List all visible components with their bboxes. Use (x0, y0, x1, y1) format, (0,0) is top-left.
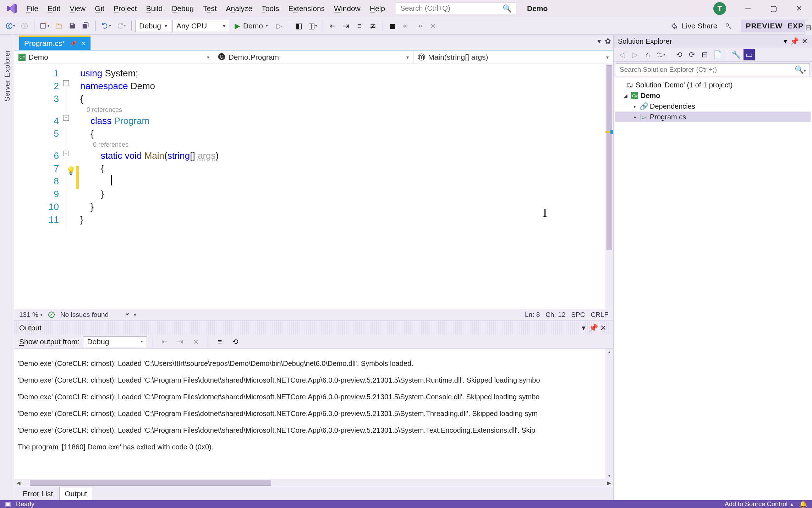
menu-view[interactable]: View (65, 2, 90, 15)
tab-error-list[interactable]: Error List (18, 487, 58, 500)
solution-config-dropdown[interactable]: Debug▾ (135, 20, 171, 32)
menu-help[interactable]: Help (366, 2, 389, 15)
se-collapse-icon[interactable]: ⊟ (699, 49, 710, 60)
output-scrollbar-h[interactable]: ◂▸ (14, 479, 613, 487)
line-ending-mode[interactable]: CRLF (591, 311, 608, 319)
start-debugging-button[interactable]: ▶Demo▾ (231, 20, 272, 32)
solution-tree[interactable]: 🗂 Solution 'Demo' (1 of 1 project) ◢ C# … (614, 77, 812, 500)
panel-dropdown-icon[interactable]: ▾ (578, 324, 588, 332)
output-clear-icon[interactable]: ⨯ (190, 335, 202, 348)
menu-git[interactable]: Git (90, 2, 109, 15)
caret-col[interactable]: Ch: 12 (545, 311, 565, 319)
tree-dependencies-node[interactable]: ▸ 🔗 Dependencies (615, 101, 811, 112)
preview-changes-icon[interactable]: ᯤ ▾ (125, 311, 137, 319)
solution-platform-dropdown[interactable]: Any CPU▾ (172, 20, 229, 32)
menu-tools[interactable]: Tools (257, 2, 283, 15)
active-files-dropdown-icon[interactable]: ▾ (597, 37, 601, 45)
nav-member-dropdown[interactable]: ⓜ Main(string[] args)▾ (413, 50, 613, 64)
uncomment-icon[interactable]: ≢ (367, 20, 379, 32)
output-toggle-icon[interactable]: ⟲ (229, 335, 241, 348)
nav-project-dropdown[interactable]: C# Demo▾ (14, 50, 214, 64)
se-pin-icon[interactable]: 📌 (790, 37, 799, 45)
output-wrap-icon[interactable]: ≡ (214, 335, 226, 348)
expander-icon[interactable]: ▸ (632, 114, 638, 120)
expander-icon[interactable]: ▸ (632, 104, 638, 109)
save-button[interactable] (66, 20, 78, 32)
menu-extensions[interactable]: Extensions (284, 2, 329, 15)
tb-icon-1[interactable]: ◧ (293, 20, 305, 32)
panel-pin-icon[interactable]: 📌 (588, 324, 598, 332)
menu-build[interactable]: Build (142, 2, 167, 15)
output-prev-icon[interactable]: ⇤ (159, 335, 171, 348)
live-share-button[interactable]: Live Share (667, 22, 721, 30)
se-preview-icon[interactable]: ▭ (744, 49, 755, 60)
pin-icon[interactable]: 📌 (70, 40, 77, 47)
panel-close-icon[interactable]: ✕ (598, 324, 608, 332)
editor-scrollbar[interactable] (605, 64, 613, 309)
menu-debug[interactable]: Debug (168, 2, 198, 15)
bk-next-icon[interactable]: ↠ (413, 20, 426, 32)
tab-output[interactable]: Output (59, 487, 92, 501)
nav-forward-button[interactable] (18, 20, 31, 32)
bookmark-icon[interactable]: ◼ (386, 20, 399, 32)
se-home-icon[interactable]: ⌂ (642, 49, 653, 60)
tree-solution-node[interactable]: 🗂 Solution 'Demo' (1 of 1 project) (615, 80, 811, 90)
new-project-button[interactable]: ▾ (38, 20, 51, 32)
code-editor[interactable]: 1 2 3 4 5 6 7 8 9 10 11 − − − 💡 (14, 64, 613, 309)
se-refresh-icon[interactable]: ⟳ (686, 49, 698, 60)
window-options-icon[interactable]: ✿ (605, 37, 611, 45)
window-maximize-button[interactable]: ▢ (761, 0, 786, 17)
user-avatar[interactable]: T (713, 2, 726, 15)
menu-file[interactable]: FFileile (22, 2, 43, 15)
server-explorer-tab[interactable]: Server Explorer (1, 45, 13, 107)
quick-search[interactable]: 🔍 (396, 2, 516, 15)
tb-icon-2[interactable]: ◫▾ (306, 20, 319, 32)
split-window-icon[interactable]: ⊟ (804, 21, 812, 35)
menu-analyze[interactable]: Analyze (222, 2, 257, 15)
tree-file-node[interactable]: ▸ C# Program.cs (615, 112, 811, 122)
se-switch-view-icon[interactable]: 🗂▾ (655, 49, 666, 60)
whitespace-mode[interactable]: SPC (571, 311, 585, 319)
solution-explorer-search-input[interactable] (620, 66, 795, 74)
output-text[interactable]: 'Demo.exe' (CoreCLR: clrhost): Loaded 'C… (14, 349, 613, 479)
output-source-dropdown[interactable]: Debug▾ (83, 336, 147, 347)
solution-explorer-search[interactable]: 🔍▾ (616, 63, 810, 76)
save-all-button[interactable] (80, 20, 92, 32)
bk-clear-icon[interactable]: ⨯ (427, 20, 439, 32)
redo-button[interactable]: ▾ (114, 20, 128, 32)
indent-decrease-icon[interactable]: ⇤ (327, 20, 339, 32)
output-scrollbar-v[interactable]: ▴ ▾ (605, 349, 613, 479)
se-fwd-icon[interactable]: ▷ (629, 49, 641, 60)
quick-search-input[interactable] (400, 4, 503, 12)
indent-increase-icon[interactable]: ⇥ (340, 20, 352, 32)
fold-toggle-icon[interactable]: − (63, 80, 69, 86)
tree-project-node[interactable]: ◢ C# Demo (615, 90, 811, 101)
comment-icon[interactable]: ≡ (353, 20, 366, 32)
menu-project[interactable]: Project (109, 2, 141, 15)
se-show-all-icon[interactable]: 📄 (712, 49, 723, 60)
bk-prev-icon[interactable]: ↞ (400, 20, 412, 32)
code-area[interactable]: using System; namespace Demo { 0 referen… (78, 64, 613, 309)
add-to-source-control[interactable]: Add to Source Control ▲ (725, 501, 794, 508)
nav-back-button[interactable]: ▾ (4, 20, 17, 32)
nav-type-dropdown[interactable]: 🅒 Demo.Program▾ (214, 50, 414, 64)
se-close-icon[interactable]: ✕ (802, 37, 808, 45)
se-dropdown-icon[interactable]: ▾ (784, 37, 787, 45)
window-close-button[interactable]: ✕ (786, 0, 812, 17)
se-back-icon[interactable]: ◁ (616, 49, 628, 60)
close-tab-icon[interactable]: ✕ (81, 40, 86, 47)
output-next-icon[interactable]: ⇥ (174, 335, 186, 348)
menu-test[interactable]: Test (199, 2, 221, 15)
se-sync-icon[interactable]: ⟲ (674, 49, 685, 60)
undo-button[interactable]: ▾ (99, 20, 113, 32)
document-tab-program[interactable]: Program.cs* 📌 ✕ (19, 36, 90, 50)
open-file-button[interactable] (53, 20, 65, 32)
se-properties-icon[interactable]: 🔧 (731, 49, 742, 60)
caret-line[interactable]: Ln: 8 (525, 311, 540, 319)
menu-window[interactable]: Window (330, 2, 365, 15)
zoom-dropdown[interactable]: 131 % ▾ (19, 311, 43, 319)
lightbulb-icon[interactable]: 💡 (66, 166, 76, 175)
window-minimize-button[interactable]: ─ (735, 0, 761, 17)
start-without-debug-button[interactable]: ▷ (273, 20, 285, 32)
notifications-icon[interactable]: 🔔 (799, 500, 807, 508)
